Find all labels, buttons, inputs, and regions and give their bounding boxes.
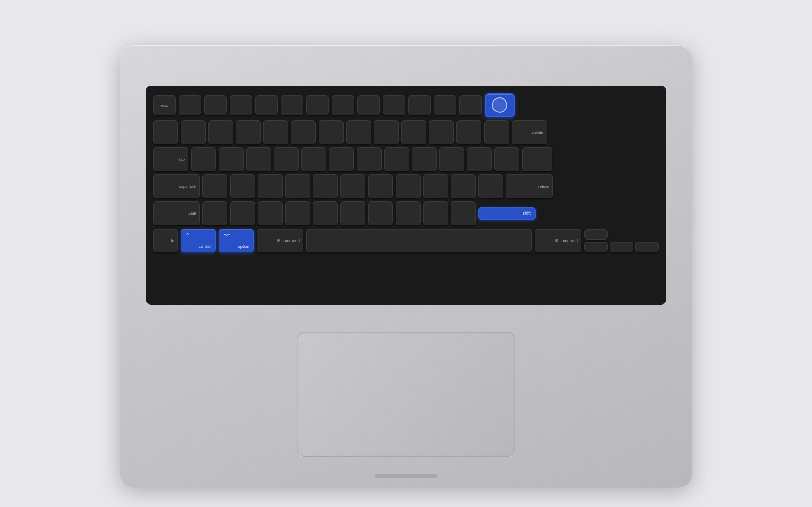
key-n[interactable] <box>340 201 365 225</box>
key-5[interactable] <box>291 120 316 144</box>
key-arrow-up[interactable] <box>584 229 608 240</box>
zxcv-row: shift shift <box>153 201 659 225</box>
key-6[interactable] <box>319 120 344 144</box>
key-q[interactable] <box>191 147 216 171</box>
key-j[interactable] <box>368 174 393 198</box>
key-f8[interactable] <box>357 95 380 115</box>
key-f5[interactable] <box>281 95 303 115</box>
key-x[interactable] <box>230 201 255 225</box>
key-grave[interactable] <box>153 120 178 144</box>
key-fn[interactable]: fn <box>153 229 178 252</box>
key-f10[interactable] <box>408 95 431 115</box>
key-i[interactable] <box>384 147 409 171</box>
key-r[interactable] <box>274 147 299 171</box>
key-f12[interactable] <box>459 95 482 115</box>
key-y[interactable] <box>329 147 354 171</box>
laptop-body: esc <box>120 45 692 488</box>
key-f11[interactable] <box>434 95 456 115</box>
key-arrow-left[interactable] <box>584 242 608 252</box>
qwerty-row: tab <box>153 147 659 171</box>
key-esc[interactable]: esc <box>153 95 176 115</box>
key-f1[interactable] <box>179 95 201 115</box>
key-delete[interactable]: delete <box>512 120 547 144</box>
key-k[interactable] <box>396 174 421 198</box>
key-v[interactable] <box>285 201 310 225</box>
key-0[interactable] <box>429 120 454 144</box>
option-label: option <box>238 244 249 249</box>
control-label: control <box>199 244 211 249</box>
key-cmd-right[interactable]: ⌘ command <box>535 229 581 252</box>
trackpad[interactable] <box>297 332 515 457</box>
key-return[interactable]: return <box>506 174 553 198</box>
key-7[interactable] <box>346 120 371 144</box>
key-option[interactable]: ⌥ option <box>219 229 254 252</box>
key-shift-right[interactable]: shift <box>478 207 536 220</box>
key-b[interactable] <box>313 201 338 225</box>
key-f3[interactable] <box>230 95 252 115</box>
laptop-bottom-ridge <box>375 474 437 478</box>
key-a[interactable] <box>202 174 227 198</box>
key-f6[interactable] <box>306 95 329 115</box>
key-4[interactable] <box>263 120 288 144</box>
key-f9[interactable] <box>383 95 405 115</box>
power-icon <box>492 97 508 113</box>
key-h[interactable] <box>340 174 365 198</box>
key-f7[interactable] <box>332 95 354 115</box>
key-8[interactable] <box>374 120 399 144</box>
key-slash[interactable] <box>451 201 476 225</box>
key-f4[interactable] <box>255 95 278 115</box>
key-semicolon[interactable] <box>451 174 476 198</box>
key-backslash[interactable] <box>522 147 552 171</box>
key-1[interactable] <box>181 120 206 144</box>
key-cmd-left[interactable]: ⌘ command <box>257 229 303 252</box>
asdf-row: caps lock return <box>153 174 659 198</box>
key-control[interactable]: ⌃ control <box>181 229 216 252</box>
bottom-row: fn ⌃ control ⌥ option ⌘ command ⌘ comman… <box>153 229 659 252</box>
key-d[interactable] <box>258 174 283 198</box>
key-minus[interactable] <box>456 120 481 144</box>
key-z[interactable] <box>202 201 227 225</box>
key-shift-left[interactable]: shift <box>153 201 200 225</box>
key-tab[interactable]: tab <box>153 147 188 171</box>
key-u[interactable] <box>357 147 382 171</box>
key-s[interactable] <box>230 174 255 198</box>
key-w[interactable] <box>219 147 244 171</box>
key-arrow-down[interactable] <box>610 242 633 252</box>
key-9[interactable] <box>401 120 426 144</box>
key-f[interactable] <box>285 174 310 198</box>
key-g[interactable] <box>313 174 338 198</box>
key-l[interactable] <box>423 174 448 198</box>
key-arrow-right[interactable] <box>635 242 659 252</box>
key-quote[interactable] <box>478 174 503 198</box>
option-icon: ⌥ <box>223 232 230 239</box>
key-p[interactable] <box>439 147 464 171</box>
key-m[interactable] <box>368 201 393 225</box>
key-power[interactable] <box>485 93 515 117</box>
key-e[interactable] <box>246 147 271 171</box>
key-period[interactable] <box>423 201 448 225</box>
key-3[interactable] <box>236 120 261 144</box>
laptop: esc <box>120 19 692 488</box>
key-rbracket[interactable] <box>494 147 519 171</box>
shift-label: shift <box>522 211 531 216</box>
control-icon: ⌃ <box>185 232 190 239</box>
key-capslock[interactable]: caps lock <box>153 174 200 198</box>
key-comma[interactable] <box>396 201 421 225</box>
key-c[interactable] <box>258 201 283 225</box>
arrow-keys-group <box>584 229 659 252</box>
fn-row: esc <box>153 93 659 117</box>
key-equal[interactable] <box>484 120 509 144</box>
key-f2[interactable] <box>204 95 227 115</box>
key-t[interactable] <box>301 147 326 171</box>
key-2[interactable] <box>208 120 233 144</box>
keyboard: esc <box>146 86 666 305</box>
number-row: delete <box>153 120 659 144</box>
key-o[interactable] <box>412 147 437 171</box>
key-lbracket[interactable] <box>467 147 492 171</box>
key-space[interactable] <box>306 229 532 252</box>
